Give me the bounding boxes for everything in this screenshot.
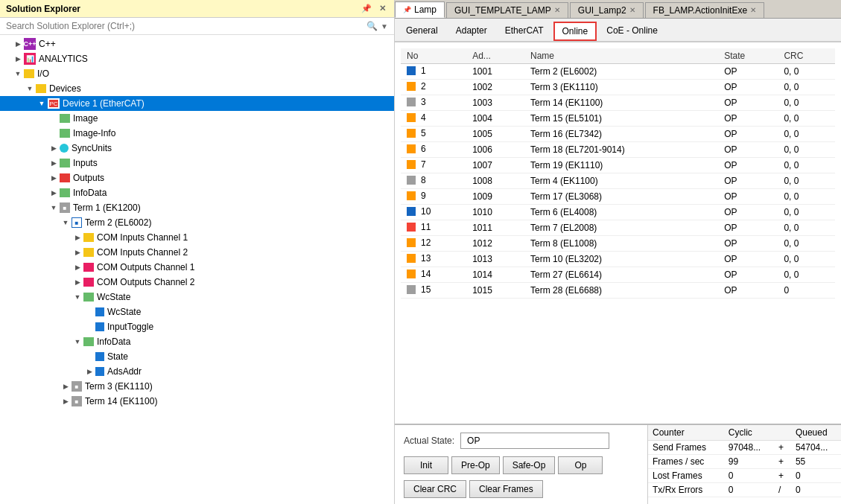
close-panel-button[interactable]: ✕: [377, 3, 388, 14]
tree-item-state[interactable]: State: [0, 349, 394, 364]
cell-crc: 0: [778, 283, 835, 299]
sub-tab-coe-online[interactable]: CoE - Online: [598, 22, 666, 41]
tree-item-syncunits[interactable]: SyncUnits: [0, 141, 394, 156]
tree-item-term3[interactable]: ■ Term 3 (EK1110): [0, 379, 394, 394]
expand-adsaddr[interactable]: [83, 366, 95, 377]
expand-com-in-2[interactable]: [72, 246, 83, 258]
tree-item-wcstate-child[interactable]: WcState: [0, 304, 394, 319]
tab-gui-template[interactable]: GUI_TEMPLATE_LAMP ✕: [446, 2, 568, 18]
sub-tab-online[interactable]: Online: [553, 22, 597, 41]
table-row[interactable]: 15 1015 Term 28 (EL6688) OP 0: [401, 283, 835, 299]
table-row[interactable]: 5 1005 Term 16 (EL7342) OP 0, 0: [401, 127, 835, 142]
table-row[interactable]: 12 1012 Term 8 (EL1008) OP 0, 0: [401, 236, 835, 252]
tree-item-image-info[interactable]: Image-Info: [0, 126, 394, 141]
tree-item-com-in-1[interactable]: COM Inputs Channel 1: [0, 230, 394, 245]
tree-item-com-in-2[interactable]: COM Inputs Channel 2: [0, 245, 394, 260]
table-row[interactable]: 8 1008 Term 4 (EK1100) OP 0, 0: [401, 173, 835, 189]
expand-term14[interactable]: [60, 395, 72, 407]
table-row[interactable]: 4 1004 Term 15 (EL5101) OP 0, 0: [401, 111, 835, 127]
col-crc: CRC: [778, 48, 835, 64]
table-row[interactable]: 7 1007 Term 19 (EK1110) OP 0, 0: [401, 158, 835, 173]
tree-item-inputs[interactable]: Inputs: [0, 156, 394, 170]
sub-tab-adapter[interactable]: Adapter: [448, 22, 495, 41]
expand-wcstate[interactable]: [72, 291, 83, 303]
table-row[interactable]: 13 1013 Term 10 (EL3202) OP 0, 0: [401, 252, 835, 267]
tree-item-term2[interactable]: ■ Term 2 (EL6002): [0, 215, 394, 230]
expand-syncunits[interactable]: [48, 142, 60, 154]
image-info-label: Image-Info: [73, 128, 115, 138]
counter-cell-op: +: [774, 441, 791, 455]
table-row[interactable]: 14 1014 Term 27 (EL6614) OP 0, 0: [401, 267, 835, 283]
tree-item-wcstate[interactable]: WcState: [0, 290, 394, 304]
expand-com-in-1[interactable]: [72, 232, 83, 243]
clear-frames-button[interactable]: Clear Frames: [469, 480, 543, 498]
tab-fb-lamp[interactable]: FB_LAMP.ActionInitExe ✕: [645, 2, 765, 18]
op-button[interactable]: Op: [558, 456, 603, 474]
tree-item-com-out-1[interactable]: COM Outputs Channel 1: [0, 260, 394, 275]
tab-fb-lamp-close[interactable]: ✕: [750, 6, 756, 14]
tree-item-com-out-2[interactable]: COM Outputs Channel 2: [0, 275, 394, 290]
counter-col-label: Counter: [648, 425, 724, 441]
tree-item-inputtoggle[interactable]: InputToggle: [0, 319, 394, 334]
actual-state-label: Actual State:: [404, 436, 454, 446]
tree-item-infodata-top[interactable]: InfoData: [0, 185, 394, 200]
expand-device1[interactable]: [36, 98, 48, 109]
syncunits-label: SyncUnits: [72, 143, 112, 153]
tree-item-adsaddr[interactable]: AdsAddr: [0, 364, 394, 379]
tree-item-infodata2[interactable]: InfoData: [0, 334, 394, 349]
tree-item-image[interactable]: Image: [0, 111, 394, 126]
tab-lamp[interactable]: 📌 Lamp: [395, 1, 445, 18]
tree-item-term14[interactable]: ■ Term 14 (EK1100): [0, 394, 394, 409]
table-row[interactable]: 10 1010 Term 6 (EL4008) OP 0, 0: [401, 205, 835, 220]
expand-analytics[interactable]: [12, 53, 24, 65]
search-input[interactable]: [6, 21, 364, 31]
table-row[interactable]: 3 1003 Term 14 (EK1100) OP 0, 0: [401, 95, 835, 111]
sub-tab-ethercat[interactable]: EtherCAT: [497, 22, 552, 41]
expand-infodata-top[interactable]: [48, 187, 60, 199]
device1-icon: PC: [48, 98, 60, 109]
table-row[interactable]: 1 1001 Term 2 (EL6002) OP 0, 0: [401, 64, 835, 80]
pin-button[interactable]: 📌: [359, 3, 374, 14]
tree-item-device1[interactable]: PC Device 1 (EtherCAT): [0, 96, 394, 111]
actual-state-input[interactable]: [460, 433, 609, 449]
table-row[interactable]: 11 1011 Term 7 (EL2008) OP 0, 0: [401, 220, 835, 236]
table-row[interactable]: 9 1009 Term 17 (EL3068) OP 0, 0: [401, 189, 835, 205]
cell-addr: 1002: [466, 80, 524, 95]
expand-com-out-2[interactable]: [72, 276, 83, 288]
expand-com-out-1[interactable]: [72, 261, 83, 273]
expand-term3[interactable]: [60, 380, 72, 392]
tree-item-cpp[interactable]: C++ C++: [0, 36, 394, 51]
expand-io[interactable]: [12, 68, 24, 80]
expand-term2[interactable]: [60, 217, 72, 229]
tree-item-analytics[interactable]: 📊 ANALYTICS: [0, 51, 394, 66]
tree-item-io[interactable]: I/O: [0, 66, 394, 81]
expand-term1[interactable]: [48, 202, 60, 214]
expand-devices[interactable]: [24, 83, 36, 95]
expand-outputs[interactable]: [48, 172, 60, 184]
tree-item-term1[interactable]: ■ Term 1 (EK1200): [0, 200, 394, 215]
sub-tab-general[interactable]: General: [398, 22, 446, 41]
cell-name: Term 19 (EK1110): [524, 158, 718, 173]
cell-name: Term 17 (EL3068): [524, 189, 718, 205]
expand-infodata2[interactable]: [72, 336, 83, 348]
tab-gui-lamp2-close[interactable]: ✕: [629, 6, 635, 14]
safeop-button[interactable]: Safe-Op: [503, 456, 556, 474]
cpp-icon: C++: [24, 38, 36, 50]
cell-crc: 0, 0: [778, 236, 835, 252]
preop-button[interactable]: Pre-Op: [451, 456, 500, 474]
clear-crc-button[interactable]: Clear CRC: [404, 480, 466, 498]
tree-item-outputs[interactable]: Outputs: [0, 170, 394, 185]
cell-addr: 1007: [466, 158, 524, 173]
tab-gui-template-close[interactable]: ✕: [554, 6, 560, 14]
table-row[interactable]: 2 1002 Term 3 (EK1110) OP 0, 0: [401, 80, 835, 95]
table-row[interactable]: 6 1006 Term 18 (EL7201-9014) OP 0, 0: [401, 142, 835, 158]
tab-gui-lamp2[interactable]: GUI_Lamp2 ✕: [570, 2, 644, 18]
expand-cpp[interactable]: [12, 38, 24, 50]
tree-item-devices[interactable]: Devices: [0, 81, 394, 96]
cell-crc: 0, 0: [778, 267, 835, 283]
init-button[interactable]: Init: [404, 456, 448, 474]
expand-inputs[interactable]: [48, 157, 60, 169]
cell-addr: 1013: [466, 252, 524, 267]
cell-name: Term 14 (EK1100): [524, 95, 718, 111]
search-dropdown-icon[interactable]: ▼: [381, 22, 388, 31]
